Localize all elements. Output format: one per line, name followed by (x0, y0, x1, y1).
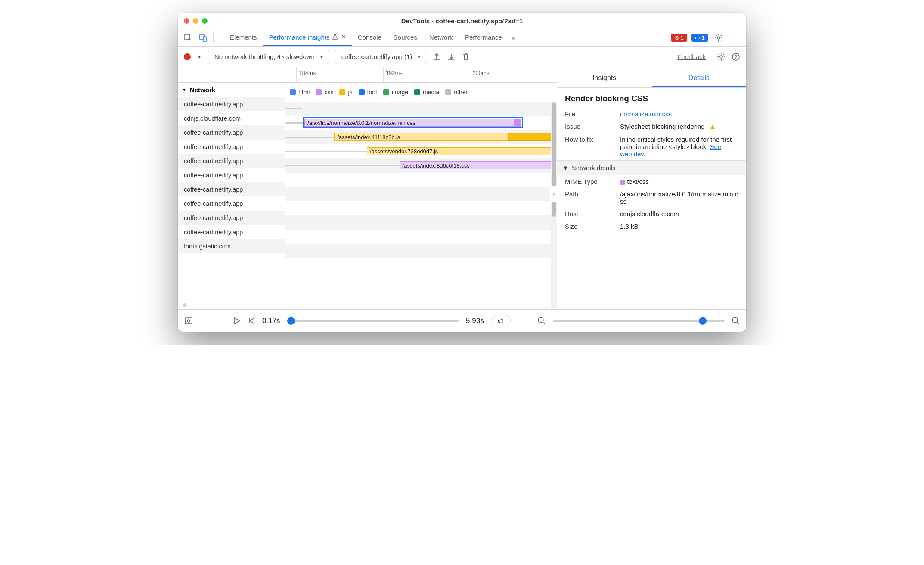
request-bar-index-css[interactable]: /assets/index.8d6c6f18.css (400, 161, 557, 169)
tab-console[interactable]: Console (352, 29, 388, 46)
svg-point-4 (720, 56, 722, 58)
zoom-in-icon[interactable] (732, 317, 740, 325)
zoom-out-icon[interactable] (537, 317, 546, 325)
close-tab-icon[interactable]: × (341, 33, 345, 41)
expand-panel-handle[interactable]: › (550, 186, 557, 202)
request-bar-vendor-js[interactable]: /assets/vendor.728ed0d7.js (367, 147, 557, 155)
host-row[interactable]: coffee-cart.netlify.app (178, 182, 285, 196)
detail-issue: Issue Stylesheet blocking rendering ▲ (557, 120, 746, 133)
time-start-label: 0.17s (262, 317, 280, 325)
device-toolbar-icon[interactable] (196, 31, 210, 45)
insights-content: Network coffee-cart.netlify.app cdnjs.cl… (178, 67, 746, 309)
feedback-link[interactable]: Feedback (677, 53, 706, 60)
legend-media[interactable]: media (414, 89, 439, 96)
overflow-indicator (183, 303, 186, 307)
export-icon[interactable] (432, 53, 441, 61)
tab-insights[interactable]: Insights (557, 74, 652, 87)
request-bar-index-js[interactable]: /assets/index.41f18c2b.js (334, 133, 508, 141)
zoom-slider[interactable] (553, 320, 725, 322)
waterfall-row: /assets/index.41f18c2b.js (285, 130, 557, 144)
resource-type-legend: html css js font image media other (285, 83, 557, 102)
timeline-slider[interactable] (287, 320, 459, 322)
network-section-header[interactable]: Network (178, 83, 285, 97)
issue-icon: ▭ (695, 34, 700, 41)
host-row[interactable]: coffee-cart.netlify.app (178, 140, 285, 154)
tab-performance[interactable]: Performance (459, 29, 508, 46)
waterfall-column: 184ms 192ms 200ms html css js font image… (285, 67, 557, 309)
settings-gear-icon[interactable] (711, 34, 726, 42)
host-row[interactable]: coffee-cart.netlify.app (178, 125, 285, 140)
error-icon: ⊗ (674, 34, 679, 41)
preview-icon[interactable] (184, 316, 193, 326)
tab-elements[interactable]: Elements (224, 29, 263, 46)
ruler-spacer (178, 67, 285, 83)
target-select[interactable]: coffee-cart.netlify.app (1) ▼ (335, 50, 426, 64)
detail-size: Size 1.3 kB (557, 220, 746, 233)
right-panel-tabs: Insights Details (557, 67, 746, 88)
detail-label: Path (565, 190, 617, 198)
detail-mime: MIME Type text/css (557, 175, 746, 188)
window-traffic-lights (184, 18, 208, 24)
vertical-scrollbar[interactable] (551, 102, 557, 309)
detail-value: text/css (620, 178, 738, 185)
host-row[interactable]: fonts.gstatic.com (178, 239, 285, 253)
error-count-badge[interactable]: ⊗ 1 (671, 34, 687, 42)
minimize-window-button[interactable] (193, 18, 198, 24)
waterfall-chart[interactable]: /ajax/libs/normalize/8.0.1/normalize.min… (285, 102, 557, 309)
host-row[interactable]: coffee-cart.netlify.app (178, 97, 285, 111)
network-details-header[interactable]: ▼ Network details (557, 160, 746, 175)
file-link[interactable]: normalize.min.css (620, 110, 672, 118)
throttling-select[interactable]: No network throttling, 4× slowdown ▼ (208, 50, 329, 64)
import-icon[interactable] (447, 53, 456, 61)
tab-sources[interactable]: Sources (388, 29, 423, 46)
legend-html[interactable]: html (290, 89, 310, 96)
svg-text:?: ? (735, 54, 737, 59)
record-button[interactable] (184, 53, 191, 60)
issue-count-badge[interactable]: ▭ 1 (691, 34, 708, 42)
host-row[interactable]: coffee-cart.netlify.app (178, 196, 285, 211)
host-row[interactable]: coffee-cart.netlify.app (178, 154, 285, 168)
inspect-element-icon[interactable] (181, 31, 195, 45)
network-host-column: Network coffee-cart.netlify.app cdnjs.cl… (178, 67, 285, 309)
help-icon[interactable]: ? (732, 53, 740, 61)
host-row[interactable]: coffee-cart.netlify.app (178, 211, 285, 225)
playback-speed[interactable]: x1 (491, 315, 511, 326)
host-row[interactable]: cdnjs.cloudflare.com (178, 111, 285, 125)
detail-label: Size (565, 223, 617, 230)
detail-how-to-fix: How to fix Inline critical styles requir… (557, 133, 746, 160)
host-row[interactable]: coffee-cart.netlify.app (178, 168, 285, 182)
detail-label: File (565, 110, 617, 118)
svg-point-3 (717, 37, 720, 39)
tab-label: Performance insights (269, 34, 330, 41)
legend-js[interactable]: js (339, 89, 352, 96)
record-menu-chevron-icon[interactable]: ▼ (197, 54, 202, 60)
play-icon[interactable] (233, 317, 241, 325)
chevron-down-icon: ▼ (416, 54, 422, 60)
details-title: Render blocking CSS (557, 88, 746, 108)
error-count: 1 (681, 34, 684, 41)
tab-performance-insights[interactable]: Performance insights × (263, 29, 352, 46)
tab-details[interactable]: Details (652, 74, 747, 87)
more-menu-icon[interactable]: ⋮ (727, 33, 743, 43)
detail-value: Stylesheet blocking rendering ▲ (620, 123, 738, 130)
detail-host: Host cdnjs.cloudflare.com (557, 208, 746, 220)
legend-image[interactable]: image (383, 89, 408, 96)
insights-toolbar: ▼ No network throttling, 4× slowdown ▼ c… (178, 47, 746, 67)
issue-count: 1 (702, 34, 705, 41)
legend-other[interactable]: other (445, 89, 468, 96)
legend-css[interactable]: css (316, 89, 333, 96)
rewind-icon[interactable] (248, 317, 255, 325)
request-bar-normalize-css[interactable]: /ajax/libs/normalize/8.0.1/normalize.min… (304, 119, 521, 127)
delete-icon[interactable] (462, 53, 470, 61)
more-tabs-chevron-icon[interactable]: » (508, 34, 518, 41)
network-host-list: coffee-cart.netlify.app cdnjs.cloudflare… (178, 97, 285, 301)
close-window-button[interactable] (184, 18, 189, 24)
detail-value: cdnjs.cloudflare.com (620, 210, 738, 217)
maximize-window-button[interactable] (202, 18, 208, 24)
panel-settings-icon[interactable] (717, 53, 726, 61)
tab-network[interactable]: Network (423, 29, 459, 46)
legend-font[interactable]: font (359, 89, 377, 96)
time-ruler[interactable]: 184ms 192ms 200ms (285, 67, 557, 83)
host-row[interactable]: coffee-cart.netlify.app (178, 225, 285, 239)
waterfall-row: /assets/vendor.728ed0d7.js (285, 144, 557, 158)
